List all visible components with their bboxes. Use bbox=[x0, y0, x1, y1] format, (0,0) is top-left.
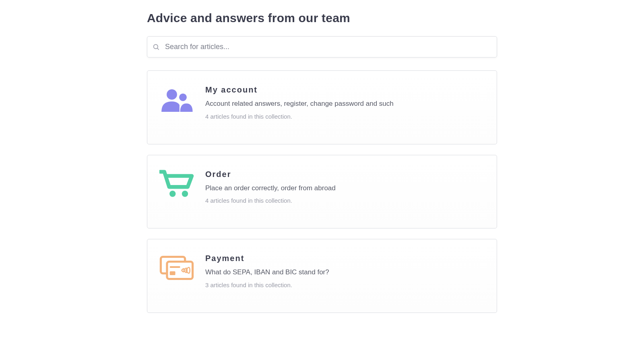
card-meta: 4 articles found in this collection. bbox=[205, 197, 485, 204]
svg-point-5 bbox=[182, 191, 188, 197]
search-input[interactable] bbox=[147, 36, 497, 58]
collection-card-my-account[interactable]: My account Account related answers, regi… bbox=[147, 70, 497, 144]
card-title: Order bbox=[205, 170, 485, 179]
card-title: Payment bbox=[205, 254, 485, 263]
card-title: My account bbox=[205, 85, 485, 95]
collection-card-payment[interactable]: Payment What do SEPA, IBAN and BIC stand… bbox=[147, 239, 497, 313]
card-content: My account Account related answers, regi… bbox=[205, 85, 485, 120]
card-description: Account related answers, register, chang… bbox=[205, 99, 485, 109]
cart-icon bbox=[159, 170, 194, 198]
page-title: Advice and answers from our team bbox=[147, 11, 497, 25]
svg-point-3 bbox=[179, 93, 187, 101]
card-meta: 4 articles found in this collection. bbox=[205, 113, 485, 120]
svg-point-2 bbox=[167, 89, 177, 100]
svg-point-4 bbox=[169, 191, 175, 197]
card-content: Order Place an order correctly, order fr… bbox=[205, 170, 485, 204]
svg-rect-9 bbox=[170, 266, 180, 268]
card-description: What do SEPA, IBAN and BIC stand for? bbox=[205, 267, 485, 278]
svg-rect-7 bbox=[167, 262, 193, 279]
card-content: Payment What do SEPA, IBAN and BIC stand… bbox=[205, 254, 485, 288]
card-meta: 3 articles found in this collection. bbox=[205, 282, 485, 288]
users-icon bbox=[159, 85, 194, 113]
collection-card-order[interactable]: Order Place an order correctly, order fr… bbox=[147, 155, 497, 229]
card-description: Place an order correctly, order from abr… bbox=[205, 183, 485, 193]
search-wrapper bbox=[147, 36, 497, 58]
svg-rect-8 bbox=[170, 272, 175, 275]
payment-icon bbox=[159, 254, 194, 282]
